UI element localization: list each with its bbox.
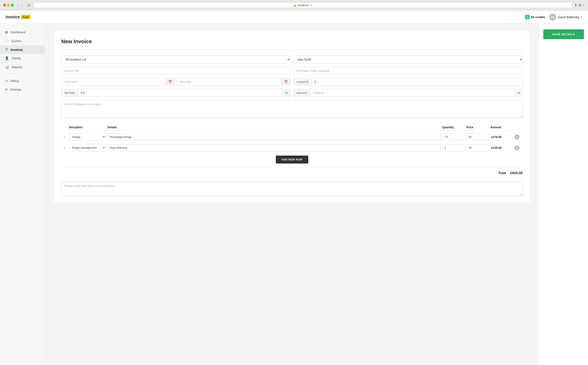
sidebar-label-settings: Settings bbox=[10, 88, 21, 91]
app-container: Invoice Gold $ 28 credits DB David Batte… bbox=[0, 11, 588, 365]
sidebar-label-invoices: Invoices bbox=[11, 48, 23, 51]
discount-wrapper: Discount % bbox=[294, 89, 523, 97]
discipline-select-2[interactable]: Design Project Management Development Co… bbox=[69, 144, 106, 152]
invoice-id-wrapper: Invoice ID bbox=[294, 78, 523, 86]
user-menu[interactable]: DB David Battersby ▾ bbox=[549, 14, 582, 21]
quantity-input-1[interactable] bbox=[442, 133, 465, 140]
billing-icon: 🗂 bbox=[5, 79, 8, 83]
sidebar-label-clients: Clients bbox=[11, 56, 21, 60]
close-button[interactable] bbox=[3, 4, 6, 7]
notes-textarea[interactable] bbox=[61, 100, 523, 118]
sidebar: ▦ Dashboard 📄 Quotes 🗒 Invoices 👤 Client… bbox=[0, 24, 45, 365]
refresh-icon[interactable]: ↻ bbox=[310, 4, 312, 7]
amount-1: £375.00 bbox=[490, 135, 513, 139]
invoice-id-label: Invoice ID bbox=[294, 78, 312, 85]
discount-input[interactable] bbox=[310, 89, 515, 97]
contact-col: Alan Smith Other Contact bbox=[294, 56, 523, 64]
price-input-1[interactable] bbox=[466, 133, 489, 140]
terms-textarea[interactable] bbox=[61, 182, 523, 196]
browser-actions: ⬆ ⊞ + bbox=[574, 3, 585, 7]
purchase-order-col bbox=[294, 67, 523, 75]
sidebar-item-invoices[interactable]: 🗒 Invoices bbox=[0, 45, 45, 54]
details-input-2[interactable] bbox=[107, 144, 441, 151]
price-input-2[interactable] bbox=[466, 144, 489, 151]
tax-col: Tax Rate % bbox=[61, 89, 290, 97]
sidebar-item-clients[interactable]: 👤 Clients bbox=[0, 54, 45, 63]
client-select[interactable]: SM Architect Ltd Other Client bbox=[61, 56, 290, 64]
sidebar-item-billing[interactable]: 🗂 Billing bbox=[0, 77, 45, 85]
browser-nav: ‹ › bbox=[16, 3, 24, 7]
sidebar-item-dashboard[interactable]: ▦ Dashboard bbox=[0, 28, 45, 36]
contact-select[interactable]: Alan Smith Other Contact bbox=[294, 56, 523, 64]
issue-date-input[interactable] bbox=[61, 78, 166, 85]
due-date-input[interactable] bbox=[177, 78, 282, 85]
sidebar-divider bbox=[0, 74, 45, 74]
table-row: ✛ Design Project Management Development … bbox=[61, 144, 523, 152]
details-input-1[interactable] bbox=[107, 133, 441, 140]
forward-button[interactable]: › bbox=[20, 3, 24, 7]
col-header-drag bbox=[61, 126, 67, 129]
browser-chrome: ‹ › ⊡ 🔒 localhost ↻ ⬆ ⊞ + bbox=[0, 0, 588, 11]
sidebar-button[interactable]: ⊞ bbox=[579, 3, 581, 7]
sidebar-label-billing: Billing bbox=[11, 79, 19, 83]
sidebar-item-settings[interactable]: ⚙ Settings bbox=[0, 85, 45, 94]
minimize-button[interactable] bbox=[7, 4, 10, 7]
sidebar-item-reports[interactable]: 📊 Reports bbox=[0, 63, 45, 71]
back-button[interactable]: ‹ bbox=[16, 3, 20, 7]
reports-icon: 📊 bbox=[5, 65, 9, 69]
col-header-discipline: Discipline bbox=[69, 126, 106, 129]
drag-handle-1[interactable]: ✛ bbox=[61, 135, 67, 139]
col-header-price: Price bbox=[466, 126, 489, 129]
remove-row-2-button[interactable]: ✕ bbox=[515, 145, 519, 150]
issue-date-calendar-button[interactable]: 📅 bbox=[166, 78, 174, 85]
drag-handle-2[interactable]: ✛ bbox=[61, 146, 67, 149]
user-name: David Battersby bbox=[558, 15, 580, 19]
title-po-row bbox=[61, 67, 523, 75]
new-tab-button[interactable]: + bbox=[583, 3, 585, 7]
remove-row-1-button[interactable]: ✕ bbox=[515, 134, 519, 140]
url-bar[interactable]: 🔒 localhost ↻ bbox=[34, 2, 572, 8]
invoice-title-col bbox=[61, 67, 290, 75]
credits-icon: $ bbox=[525, 15, 530, 19]
col-header-amount: Amount bbox=[490, 126, 513, 129]
save-details-button[interactable]: SAVE DETAILS bbox=[543, 29, 584, 39]
quantity-input-2[interactable] bbox=[442, 144, 465, 151]
invoice-id-input[interactable] bbox=[312, 78, 523, 85]
sidebar-toggle-button[interactable]: ⊡ bbox=[26, 3, 31, 7]
discount-percent-suffix: % bbox=[515, 89, 523, 97]
invoice-title-input[interactable] bbox=[61, 67, 290, 75]
sidebar-item-quotes[interactable]: 📄 Quotes bbox=[0, 36, 45, 45]
due-date-calendar-button[interactable]: 📅 bbox=[282, 78, 290, 85]
discipline-select-1[interactable]: Design Project Management Development Co… bbox=[69, 133, 106, 141]
quotes-icon: 📄 bbox=[5, 39, 9, 43]
tax-rate-input[interactable] bbox=[78, 89, 283, 97]
form-card: New Invoice SM Architect Ltd Other Clien… bbox=[54, 31, 530, 203]
due-date-wrapper: 📅 bbox=[177, 78, 290, 86]
add-row-container: ADD NEW ROW bbox=[61, 156, 523, 163]
tax-rate-label: Tax Rate bbox=[61, 89, 78, 97]
url-text: localhost bbox=[298, 4, 308, 7]
logo-badge: Gold bbox=[21, 15, 30, 19]
title-divider bbox=[61, 49, 523, 50]
line-items: Discipline Details Quantity Price Amount… bbox=[61, 124, 523, 197]
avatar-initials: DB bbox=[551, 15, 555, 19]
notes-col bbox=[61, 100, 523, 119]
logo: Invoice Gold bbox=[6, 15, 30, 19]
main-layout: ▦ Dashboard 📄 Quotes 🗒 Invoices 👤 Client… bbox=[0, 24, 588, 365]
credits-label: 28 credits bbox=[531, 15, 545, 19]
share-button[interactable]: ⬆ bbox=[574, 3, 577, 7]
total-label: Total bbox=[499, 171, 506, 175]
maximize-button[interactable] bbox=[11, 4, 14, 7]
invoices-icon: 🗒 bbox=[5, 48, 8, 51]
col-header-quantity: Quantity bbox=[442, 126, 465, 129]
total-amount: £600.00 bbox=[510, 171, 523, 175]
avatar: DB bbox=[549, 14, 556, 21]
add-row-button[interactable]: ADD NEW ROW bbox=[276, 156, 308, 163]
tax-discount-row: Tax Rate % Discount % bbox=[61, 89, 523, 97]
clients-icon: 👤 bbox=[5, 56, 9, 60]
credits-badge: $ 28 credits bbox=[525, 15, 545, 19]
invoice-id-col: Invoice ID bbox=[294, 78, 523, 86]
col-header-action bbox=[515, 126, 523, 129]
tax-wrapper: Tax Rate % bbox=[61, 89, 290, 97]
purchase-order-input[interactable] bbox=[294, 67, 523, 75]
